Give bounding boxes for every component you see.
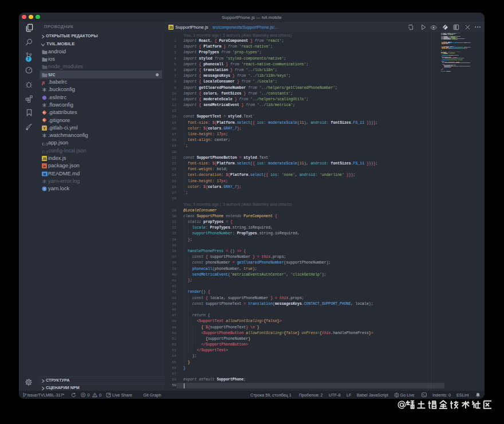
svg-text:n: n	[44, 164, 46, 168]
svg-text:JS: JS	[169, 26, 173, 29]
svg-text:M: M	[44, 172, 46, 175]
svg-text:JS: JS	[42, 157, 46, 160]
svg-text:Y: Y	[43, 127, 45, 130]
